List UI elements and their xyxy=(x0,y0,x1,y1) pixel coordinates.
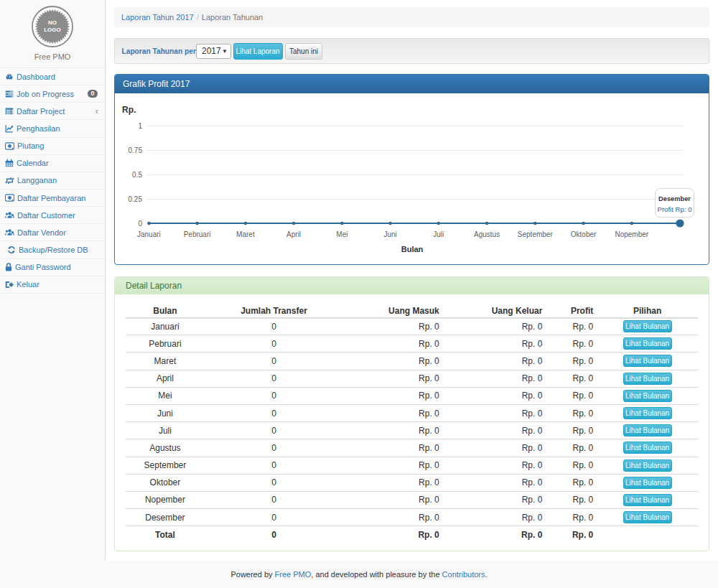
svg-text:Nopember: Nopember xyxy=(615,230,648,238)
svg-text:April: April xyxy=(286,230,301,238)
svg-text:September: September xyxy=(518,230,554,238)
svg-text:Mei: Mei xyxy=(336,230,348,238)
svg-text:0: 0 xyxy=(138,220,142,228)
svg-text:0.25: 0.25 xyxy=(129,195,143,203)
svg-text:Agustus: Agustus xyxy=(474,230,500,238)
svg-text:Januari: Januari xyxy=(137,230,161,238)
svg-text:Juli: Juli xyxy=(433,230,444,238)
svg-text:LOGO: LOGO xyxy=(44,27,61,33)
svg-text:Rp.: Rp. xyxy=(122,105,136,115)
svg-text:0.5: 0.5 xyxy=(132,171,142,179)
svg-text:Maret: Maret xyxy=(236,230,255,238)
svg-text:Bulan: Bulan xyxy=(401,245,424,253)
svg-text:Juni: Juni xyxy=(383,230,396,238)
svg-text:0.75: 0.75 xyxy=(129,146,143,154)
svg-text:Desember: Desember xyxy=(658,195,691,202)
svg-text:Profit Rp: 0: Profit Rp: 0 xyxy=(658,205,692,213)
svg-text:1: 1 xyxy=(138,122,142,130)
svg-text:Pebruari: Pebruari xyxy=(184,230,211,238)
svg-text:Oktober: Oktober xyxy=(571,230,597,238)
svg-text:NO: NO xyxy=(48,19,57,26)
